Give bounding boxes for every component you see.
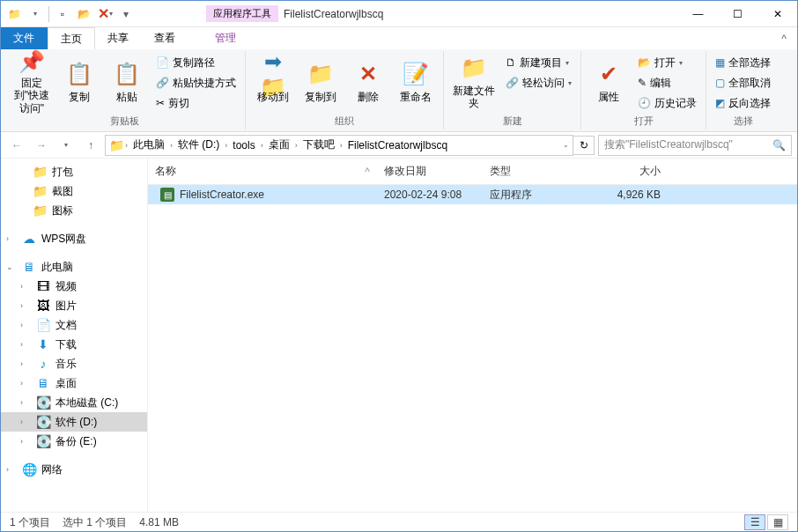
back-button[interactable]: ← (6, 135, 27, 156)
nav-video[interactable]: ›🎞视频 (1, 277, 147, 296)
paste-shortcut-label: 粘贴快捷方式 (173, 76, 236, 91)
tab-file[interactable]: 文件 (1, 27, 48, 49)
select-none-button[interactable]: ▢全部取消 (712, 73, 774, 92)
crumb-tools[interactable]: tools (229, 139, 258, 151)
cut-button[interactable]: ✂剪切 (152, 93, 240, 113)
collapse-icon[interactable]: ⌄ (6, 262, 17, 271)
column-name[interactable]: 名称^ (148, 164, 377, 179)
rename-button[interactable]: 📝重命名 (394, 51, 438, 113)
delete-button[interactable]: ✕删除 (346, 51, 390, 113)
move-to-button[interactable]: ➡📁移动到 (251, 51, 295, 113)
rename-icon: 📝 (402, 61, 430, 89)
nav-music[interactable]: ›♪音乐 (1, 354, 147, 373)
download-icon: ⬇ (36, 337, 50, 351)
delete-x-icon: ✕ (354, 61, 382, 89)
chevron-right-icon[interactable]: › (125, 141, 128, 150)
crumb-current[interactable]: FilelistCreatorwjlbscq (344, 139, 451, 151)
ribbon-tabs: 文件 主页 共享 查看 管理 ^ (1, 27, 797, 49)
open-label: 打开 (654, 55, 676, 70)
minimize-button[interactable]: — (678, 1, 718, 27)
nav-disk-e[interactable]: ›💽备份 (E:) (1, 432, 147, 451)
crumb-xiazaiba[interactable]: 下载吧 (299, 137, 338, 152)
disk-icon: 💽 (36, 415, 50, 429)
history-button[interactable]: 🕘历史记录 (634, 93, 700, 113)
nav-documents[interactable]: ›📄文档 (1, 315, 147, 335)
copy-path-button[interactable]: 📄复制路径 (152, 53, 240, 72)
pin-button[interactable]: 📌固定到"快速访问" (10, 51, 54, 113)
search-input[interactable]: 搜索"FilelistCreatorwjlbscq" 🔍 (598, 135, 792, 156)
nav-this-pc[interactable]: ⌄🖥此电脑 (1, 257, 147, 277)
select-all-icon: ▦ (715, 56, 725, 69)
expand-icon[interactable]: › (6, 234, 17, 243)
open-icon[interactable]: 📂 (74, 4, 93, 24)
nav-desktop[interactable]: ›🖥桌面 (1, 373, 147, 393)
icons-view-button[interactable]: ▦ (767, 514, 788, 530)
details-view-button[interactable]: ☰ (744, 514, 765, 530)
maximize-button[interactable]: ☐ (718, 1, 757, 27)
tab-view[interactable]: 查看 (142, 27, 188, 49)
ribbon-collapse-button[interactable]: ^ (771, 27, 797, 49)
sort-indicator-icon: ^ (365, 166, 370, 178)
paste-button[interactable]: 📋粘贴 (105, 51, 149, 113)
copy-label: 复制 (69, 91, 90, 103)
ribbon: 📌固定到"快速访问" 📋复制 📋粘贴 📄复制路径 🔗粘贴快捷方式 ✂剪切 剪贴板… (1, 49, 797, 132)
new-folder-button[interactable]: 📁新建文件夹 (449, 51, 499, 113)
properties-button[interactable]: ✔属性 (587, 51, 631, 113)
invert-selection-button[interactable]: ◩反向选择 (712, 93, 774, 113)
easy-access-button[interactable]: 🔗轻松访问▾ (502, 73, 575, 92)
open-button[interactable]: 📂打开▾ (634, 53, 700, 72)
nav-wps[interactable]: ›☁WPS网盘 (1, 229, 147, 248)
breadcrumb[interactable]: 📁 › 此电脑› 软件 (D:)› tools› 桌面› 下载吧› Fileli… (105, 135, 573, 156)
qat-dropdown[interactable]: ▾ (26, 4, 45, 24)
copy-to-icon: 📁 (307, 61, 335, 89)
music-icon: ♪ (36, 357, 50, 371)
nav-disk-c[interactable]: ›💽本地磁盘 (C:) (1, 393, 147, 412)
tab-share[interactable]: 共享 (95, 27, 142, 49)
pictures-icon: 🖼 (36, 299, 50, 313)
new-item-icon: 🗋 (506, 56, 516, 69)
tab-home[interactable]: 主页 (48, 27, 95, 49)
up-button[interactable]: ↑ (80, 135, 101, 156)
crumb-this-pc[interactable]: 此电脑 (129, 137, 168, 152)
navigation-pane[interactable]: 📁打包 📁截图 📁图标 ›☁WPS网盘 ⌄🖥此电脑 ›🎞视频 ›🖼图片 ›📄文档… (1, 159, 148, 512)
paste-shortcut-button[interactable]: 🔗粘贴快捷方式 (152, 73, 240, 92)
properties-icon[interactable]: ▫ (53, 4, 72, 24)
nav-pictures[interactable]: ›🖼图片 (1, 296, 147, 315)
new-item-label: 新建项目 (520, 55, 562, 70)
shortcut-icon: 🔗 (156, 77, 169, 89)
invert-label: 反向选择 (728, 96, 771, 111)
nav-network[interactable]: ›🌐网络 (1, 460, 147, 479)
nav-tubiao[interactable]: 📁图标 (1, 201, 147, 220)
column-size[interactable]: 大小 (588, 164, 668, 179)
window-title: FilelistCreatorwjlbscq (284, 8, 383, 20)
properties-label: 属性 (598, 91, 619, 103)
new-item-button[interactable]: 🗋新建项目▾ (502, 53, 575, 72)
nav-jietu[interactable]: 📁截图 (1, 181, 147, 201)
select-all-button[interactable]: ▦全部选择 (712, 53, 774, 72)
tab-manage[interactable]: 管理 (203, 27, 249, 49)
column-type[interactable]: 类型 (483, 164, 588, 179)
select-none-icon: ▢ (715, 77, 725, 89)
forward-button[interactable]: → (31, 135, 52, 156)
copy-button[interactable]: 📋复制 (57, 51, 101, 113)
file-size: 4,926 KB (588, 188, 668, 201)
nav-dabao[interactable]: 📁打包 (1, 162, 147, 181)
refresh-button[interactable]: ↻ (573, 136, 595, 155)
crumb-drive-d[interactable]: 软件 (D:) (174, 137, 223, 152)
column-date[interactable]: 修改日期 (377, 164, 483, 179)
recent-dropdown[interactable]: ▾ (55, 135, 77, 156)
copy-to-label: 复制到 (305, 91, 336, 103)
folder-icon[interactable]: 📁 (4, 4, 24, 24)
edit-button[interactable]: ✎编辑 (634, 73, 700, 92)
copy-to-button[interactable]: 📁复制到 (299, 51, 343, 113)
qat-customize[interactable]: ▾ (116, 4, 136, 24)
new-folder-label: 新建文件夹 (449, 85, 499, 110)
close-button[interactable]: ✕ (757, 1, 797, 27)
crumb-desktop[interactable]: 桌面 (265, 137, 293, 152)
address-dropdown[interactable]: ⌄ (563, 141, 569, 149)
nav-downloads[interactable]: ›⬇下载 (1, 335, 147, 354)
nav-disk-d[interactable]: ›💽软件 (D:) (1, 412, 147, 432)
disk-icon: 💽 (36, 395, 50, 410)
delete-icon[interactable]: ✕▾ (95, 4, 115, 24)
file-row[interactable]: ▤FilelistCreator.exe 2020-02-24 9:08 应用程… (148, 185, 797, 204)
